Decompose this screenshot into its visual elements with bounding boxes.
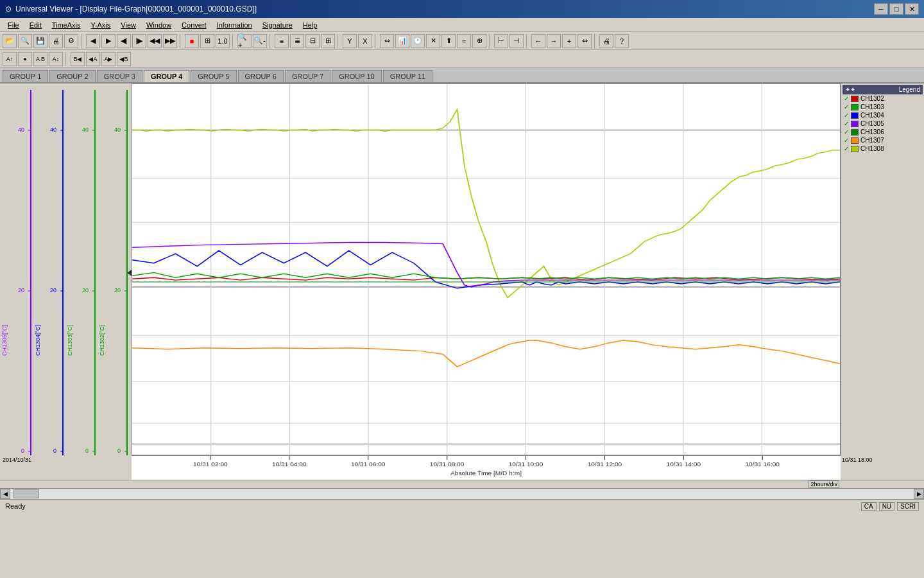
btn-2[interactable]: 🔍 <box>18 34 32 48</box>
sep8 <box>526 34 529 48</box>
legend-item-ch1305[interactable]: ✓ CH1305 <box>843 119 923 128</box>
btn-9[interactable]: ◀| <box>117 34 131 48</box>
menu-help[interactable]: Help <box>298 20 323 30</box>
tab-group-3[interactable]: GROUP 3 <box>97 70 142 82</box>
close-button[interactable]: ✕ <box>905 3 919 15</box>
btn-11[interactable]: ◀◀ <box>148 34 162 48</box>
btn-33[interactable]: ⊢ <box>494 34 508 48</box>
btn-zoom-in[interactable]: 🔍+ <box>237 34 252 48</box>
btn-31[interactable]: ≈ <box>457 34 471 48</box>
tab-group-11[interactable]: GROUP 11 <box>383 70 432 82</box>
menu-signature[interactable]: Signature <box>257 20 298 30</box>
legend-item-ch1303[interactable]: ✓ CH1303 <box>843 103 923 111</box>
btn-39[interactable]: 🖨 <box>599 34 613 48</box>
ch1302-check: ✓ <box>844 95 849 102</box>
btn-12[interactable]: ▶▶ <box>163 34 177 48</box>
btn-22[interactable]: ⊞ <box>321 34 335 48</box>
btn-34[interactable]: ⊣ <box>509 34 524 48</box>
btn-save[interactable]: 💾 <box>33 34 47 48</box>
btn-table[interactable]: ⊞ <box>200 34 214 48</box>
tab-group-6[interactable]: GROUP 6 <box>238 70 284 82</box>
btn-28[interactable]: 🕐 <box>411 34 425 48</box>
btn-t6[interactable]: ◀A <box>86 52 100 66</box>
minimize-button[interactable]: ─ <box>874 3 888 15</box>
legend-item-ch1308[interactable]: ✓ CH1308 <box>843 144 923 153</box>
scroll-left-btn[interactable]: ◀ <box>0 489 10 499</box>
btn-xy[interactable]: Y <box>343 34 357 48</box>
btn-26[interactable]: ⇔ <box>380 34 394 48</box>
legend-item-ch1304[interactable]: ✓ CH1304 <box>843 111 923 119</box>
btn-t8[interactable]: ◀B <box>117 52 131 66</box>
btn-t3[interactable]: A B <box>33 52 47 66</box>
tab-group-4[interactable]: GROUP 4 <box>144 70 189 82</box>
legend-item-ch1306[interactable]: ✓ CH1306 <box>843 128 923 136</box>
tab-group-2[interactable]: GROUP 2 <box>49 70 95 82</box>
btn-35[interactable]: ← <box>531 34 545 48</box>
svg-text:40: 40 <box>50 127 56 133</box>
menu-window[interactable]: Window <box>141 20 176 30</box>
tab-bar: GROUP 1GROUP 2GROUP 3GROUP 4GROUP 5GROUP… <box>0 68 924 83</box>
btn-29[interactable]: ✕ <box>426 34 440 48</box>
svg-text:0: 0 <box>21 448 24 454</box>
btn-right[interactable]: ▶ <box>101 34 116 48</box>
btn-t5[interactable]: B◀ <box>71 52 85 66</box>
btn-t4[interactable]: A↕ <box>49 52 63 66</box>
scroll-right-btn[interactable]: ▶ <box>914 489 924 499</box>
tab-group-10[interactable]: GROUP 10 <box>332 70 381 82</box>
menu-convert[interactable]: Convert <box>176 20 212 30</box>
btn-t7[interactable]: A▶ <box>101 52 116 66</box>
scroll-thumb[interactable] <box>13 489 39 498</box>
menu-yaxis[interactable]: Y-Axis <box>86 20 116 30</box>
ch1306-check: ✓ <box>844 128 849 136</box>
time-axis-area: 2014/10/31 10/31 02:00 10/31 04:00 10/31… <box>0 455 924 480</box>
title-bar-controls: ─ □ ✕ <box>874 3 919 15</box>
tab-group-1[interactable]: GROUP 1 <box>3 70 48 82</box>
ch1306-color <box>851 129 859 136</box>
sep3 <box>232 34 235 48</box>
horizontal-scrollbar[interactable]: ◀ ▶ <box>0 488 924 498</box>
title-bar: ⊙ Universal Viewer - [Display File-Graph… <box>0 0 924 18</box>
btn-10[interactable]: |▶ <box>132 34 146 48</box>
btn-27[interactable]: 📊 <box>395 34 409 48</box>
svg-text:10/31 02:00: 10/31 02:00 <box>193 461 228 468</box>
btn-zoom-out[interactable]: 🔍- <box>253 34 267 48</box>
btn-30[interactable]: ⬆ <box>441 34 456 48</box>
menu-edit[interactable]: Edit <box>24 20 47 30</box>
btn-open[interactable]: 📂 <box>3 34 17 48</box>
tab-group-5[interactable]: GROUP 5 <box>191 70 236 82</box>
btn-21[interactable]: ⊟ <box>305 34 320 48</box>
ch1308-label: CH1308 <box>860 145 884 152</box>
btn-36[interactable]: → <box>547 34 561 48</box>
btn-25[interactable]: X <box>358 34 372 48</box>
menu-timeaxis[interactable]: TimeAxis <box>47 20 86 30</box>
btn-15[interactable]: 1.0 <box>216 34 230 48</box>
graph-container[interactable] <box>132 83 841 455</box>
btn-5[interactable]: ⚙ <box>64 34 78 48</box>
btn-t1[interactable]: A↑ <box>3 52 17 66</box>
btn-38[interactable]: ⇔ <box>578 34 592 48</box>
btn-20[interactable]: ≣ <box>290 34 304 48</box>
menu-view[interactable]: View <box>116 20 141 30</box>
svg-text:10/31 06:00: 10/31 06:00 <box>351 461 386 468</box>
legend-item-ch1302[interactable]: ✓ CH1302 <box>843 94 923 103</box>
svg-text:40: 40 <box>114 127 121 133</box>
title-bar-left: ⊙ Universal Viewer - [Display File-Graph… <box>5 4 257 13</box>
maximize-button[interactable]: □ <box>889 3 903 15</box>
btn-print[interactable]: 🖨 <box>49 34 63 48</box>
btn-help[interactable]: ? <box>615 34 629 48</box>
btn-red[interactable]: ■ <box>185 34 199 48</box>
btn-left[interactable]: ◀ <box>86 34 100 48</box>
btn-19[interactable]: ≡ <box>275 34 289 48</box>
scroll-track[interactable] <box>10 489 914 499</box>
btn-37[interactable]: + <box>562 34 576 48</box>
ch1307-line <box>132 340 840 367</box>
toolbar-secondary: A↑ ● A B A↕ B◀ ◀A A▶ ◀B <box>0 50 924 68</box>
tab-group-7[interactable]: GROUP 7 <box>285 70 330 82</box>
ch1308-color <box>851 146 859 152</box>
btn-t2[interactable]: ● <box>18 52 32 66</box>
menu-file[interactable]: File <box>3 20 24 30</box>
btn-32[interactable]: ⊕ <box>472 34 486 48</box>
legend-item-ch1307[interactable]: ✓ CH1307 <box>843 136 923 144</box>
menu-information[interactable]: Information <box>212 20 257 30</box>
time-scale-indicator: 2hours/div <box>809 480 839 488</box>
